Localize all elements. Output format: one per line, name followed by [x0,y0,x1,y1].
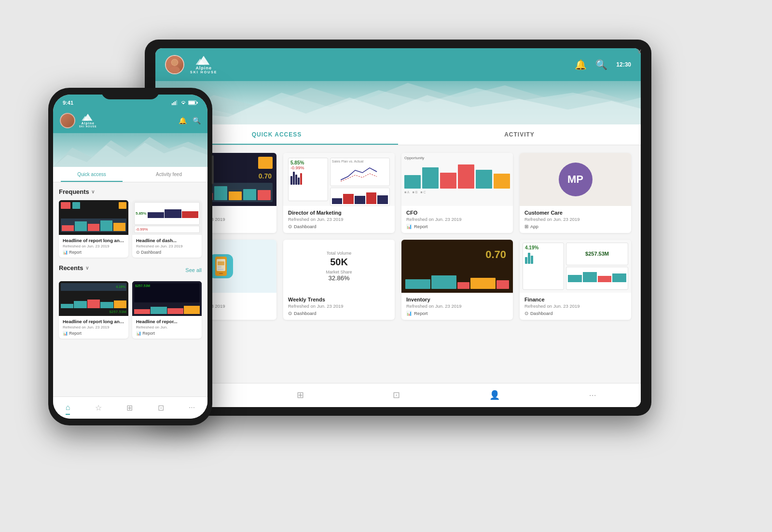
tab-activity[interactable]: ACTIVITY [398,124,641,145]
phone-banner-mountain [53,133,207,167]
see-all-link[interactable]: See all [185,267,202,273]
phone-side-button [212,155,214,184]
phone-logo-brand: Alpine [82,122,95,125]
tablet-nav-more[interactable]: ··· [589,390,596,400]
tablet-nav-apps[interactable]: ⊞ [297,390,304,400]
card-weekly-trends-dash[interactable]: Total Volume 50K Market Share 32.86% Wee… [283,240,395,320]
phone-logo-sub: SKI HOUSE [79,125,97,128]
card-cfo[interactable]: Opportunity ■ A■ [401,153,513,233]
card-customer-care[interactable]: MP Customer Care Refreshed on Jun. 23 20… [520,153,631,233]
phone-card-recent-1[interactable]: 4.19% $257.53M [59,281,128,339]
phone-nav-more[interactable]: ··· [189,403,195,412]
mountain-logo-icon [195,55,212,66]
phone-nav-workspace[interactable]: ⊡ [158,403,164,412]
dashboard-icon: ⊙ [524,311,528,316]
tablet-nav-workspace[interactable]: ⊡ [393,390,400,400]
phone-card-recent-1-info: Headline of report long ano... Refreshed… [59,316,128,339]
phone-nav-home[interactable]: ⌂ [66,403,70,412]
tablet-device: Alpine SKI HOUSE 🔔 🔍 12:30 [145,40,651,416]
card-director-marketing-type: ⊙ Dashboard [288,224,390,229]
report-icon: 📊 [406,311,412,316]
frequents-section-title: Frequents ∨ [59,188,202,195]
card-cfo-refresh: Refreshed on Jun. 23 2019 [406,217,508,222]
svg-point-2 [172,59,178,66]
chevron-down-icon[interactable]: ∨ [637,48,641,55]
search-icon[interactable]: 🔍 [595,59,607,70]
card-inventory-thumb: 0.70 [401,240,513,293]
card-cfo-type: 📊 Report [406,224,508,229]
svg-rect-13 [218,269,223,270]
card-finance[interactable]: 4.19% [520,240,631,320]
recents-section-title: Recents ∨ [59,264,89,272]
mp-avatar: MP [559,163,593,196]
phone-notch [101,88,159,99]
tablet-time: 12:30 [616,61,631,68]
phone-nav-apps[interactable]: ⊞ [126,403,133,412]
phone-card-frequent-1-thumb [59,200,128,235]
phone-card-frequent-2-refresh: Refreshed on Jun. 23 2019 [136,244,198,248]
card-customer-care-thumb: MP [520,153,631,206]
card-director-marketing-title: Director of Marketing [288,210,390,216]
phone-card-frequent-1[interactable]: Headline of report long ano... Refreshed… [59,200,128,258]
phone-card-recent-2-refresh: Refreshed on Jun. [136,325,198,329]
recents-chevron-icon: ∨ [85,265,89,271]
card-weekly-trends-dash-type: ⊙ Dashboard [288,311,390,316]
notification-bell-wrap[interactable]: 🔔 [575,59,587,70]
report-icon: 📊 [406,224,412,229]
phone-card-frequent-1-type: 📊 Report [63,250,124,255]
phone-card-recent-1-refresh: Refreshed on Jun. 23 2019 [63,325,124,329]
banner-mountain-svg [155,81,641,124]
tablet-nav-people[interactable]: 👤 [489,390,500,400]
card-director-marketing-info: Director of Marketing Refreshed on Jun. … [283,206,395,233]
svg-rect-12 [218,266,221,268]
phone-tab-quick-access[interactable]: Quick access [53,167,130,182]
phone-time: 9:41 [63,100,73,106]
card-cfo-title: CFO [406,210,508,216]
tablet-grid: 0.70 Operations Refreshed on Jun. 23 201… [165,153,631,320]
phone-card-recent-2-thumb: $257.53M [132,281,202,316]
phone-card-frequent-2-title: Headline of dash... [136,238,198,243]
phone-device: 9:41 [48,88,212,425]
card-customer-care-type: ⊞ App [524,224,626,229]
battery-icon [188,100,198,105]
phone-avatar [60,113,75,128]
svg-rect-11 [218,261,224,265]
phone-mountain-logo-icon [81,113,95,122]
tablet-header-right: 🔔 🔍 12:30 [575,59,631,70]
svg-rect-19 [189,101,195,104]
card-inventory-title: Inventory [406,297,508,302]
wifi-icon [180,100,186,105]
phone-nav-favorites[interactable]: ☆ [95,403,102,412]
card-weekly-trends-dash-info: Weekly Trends Refreshed on Jun. 23 2019 … [283,293,395,320]
phone-tab-activity[interactable]: Activity feed [130,167,207,182]
tablet-screen: Alpine SKI HOUSE 🔔 🔍 12:30 [155,48,641,407]
phone-card-frequent-2[interactable]: 5.85% -0.99% [132,200,202,258]
frequents-cards-row: Headline of report long ano... Refreshed… [59,200,202,258]
tablet-header: Alpine SKI HOUSE 🔔 🔍 12:30 [155,48,641,81]
scene: Alpine SKI HOUSE 🔔 🔍 12:30 [48,30,724,503]
logo-brand-name: Alpine [196,66,212,70]
phone-card-frequent-2-thumb: 5.85% -0.99% [132,200,202,235]
phone-card-frequent-1-refresh: Refreshed on Jun. 23 2019 [63,244,124,248]
logo-sub-name: SKI HOUSE [190,70,218,74]
phone-card-frequent-1-info: Headline of report long ano... Refreshed… [59,235,128,258]
card-director-marketing-refresh: Refreshed on Jun. 23 2019 [288,217,390,222]
card-inventory[interactable]: 0.70 [401,240,513,320]
phone-card-recent-1-title: Headline of report long ano... [63,319,124,324]
card-director-marketing[interactable]: 5.85% -0.99% [283,153,395,233]
phone-logo: Alpine SKI HOUSE [79,113,97,128]
phone-card-recent-2[interactable]: $257.53M Headline [132,281,202,339]
card-inventory-refresh: Refreshed on Jun. 23 2019 [406,303,508,309]
card-customer-care-title: Customer Care [524,210,626,216]
app-icon: ⊞ [524,224,528,229]
phone-card-recent-2-type: 📊 Report [136,331,198,336]
phone-header-right: 🔔 🔍 [179,117,201,124]
phone-card-frequent-2-info: Headline of dash... Refreshed on Jun. 23… [132,235,202,258]
frequents-chevron-icon: ∨ [91,189,95,194]
card-weekly-trends-dash-title: Weekly Trends [288,297,390,302]
card-inventory-info: Inventory Refreshed on Jun. 23 2019 📊 Re… [401,293,513,320]
svg-point-1 [169,66,180,73]
phone-tabs: Quick access Activity feed [53,167,207,182]
phone-notification-icon[interactable]: 🔔 [179,117,187,124]
phone-search-icon[interactable]: 🔍 [193,117,201,124]
